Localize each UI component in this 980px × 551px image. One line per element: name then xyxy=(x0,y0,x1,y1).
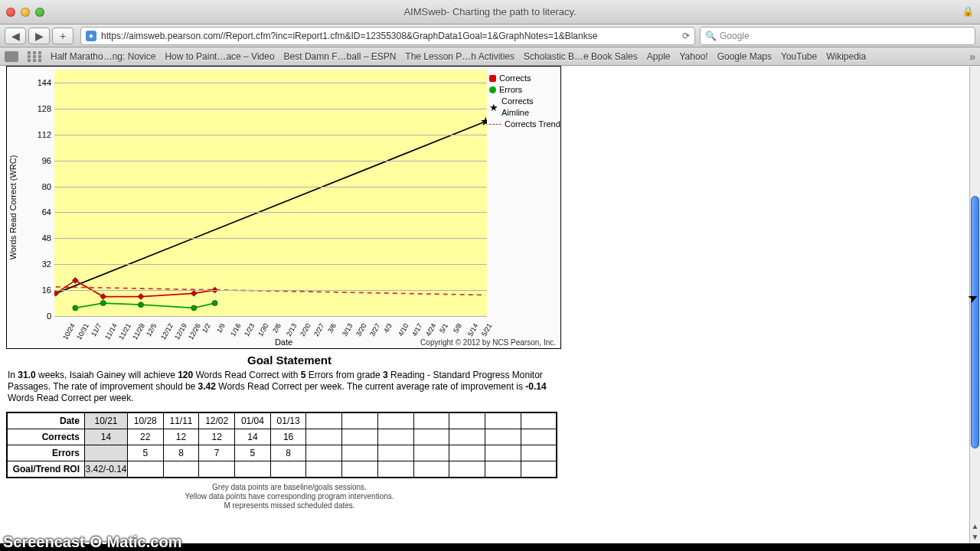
table-cell: 12/02 xyxy=(199,412,235,429)
table-cell: 10/21 xyxy=(85,412,128,429)
window-titlebar: AIMSweb- Charting the path to literacy. … xyxy=(0,0,980,24)
x-tick-label: 4/24 xyxy=(424,322,437,337)
bookmark-item[interactable]: The Lesson P…h Activities xyxy=(405,51,514,62)
table-cell xyxy=(306,429,342,445)
add-tab-button[interactable]: + xyxy=(52,28,74,44)
table-cell xyxy=(306,445,342,461)
x-tick-label: 1/23 xyxy=(243,322,256,337)
x-tick-label: 5/21 xyxy=(480,322,493,337)
table-cell: 01/04 xyxy=(235,412,271,429)
legend-marker-icon xyxy=(489,124,501,125)
search-bar[interactable]: 🔍 Google xyxy=(700,27,975,45)
table-cell xyxy=(270,461,306,478)
x-tick-label: 1/30 xyxy=(256,322,270,337)
scroll-up-icon[interactable]: ▲ xyxy=(970,522,980,533)
reload-icon[interactable]: ⟳ xyxy=(682,31,690,41)
bookmark-item[interactable]: Half Maratho…ng: Novice xyxy=(51,51,155,62)
y-tick-label: 48 xyxy=(30,233,51,243)
y-tick-label: 16 xyxy=(30,285,51,295)
bookmarks-overflow-icon[interactable]: » xyxy=(969,51,975,63)
table-row-header: Date xyxy=(7,412,85,429)
table-cell xyxy=(485,461,521,478)
table-cell xyxy=(449,429,485,445)
bookmark-item[interactable]: Google Maps xyxy=(717,51,772,62)
table-row-header: Corrects xyxy=(7,429,85,445)
table-cell xyxy=(521,445,557,461)
table-cell: 14 xyxy=(235,429,271,445)
y-axis-label: Words Read Correct (WRC) xyxy=(8,155,18,260)
table-cell xyxy=(485,412,521,429)
page-viewport: ★ Words Read Correct (WRC) Date 10/2410/… xyxy=(0,66,980,543)
table-cell: 12 xyxy=(163,429,199,445)
table-cell: 8 xyxy=(163,445,199,461)
svg-marker-4 xyxy=(138,294,144,300)
progress-chart: ★ Words Read Correct (WRC) Date 10/2410/… xyxy=(6,66,561,349)
table-cell xyxy=(342,429,378,445)
table-cell xyxy=(485,429,521,445)
zoom-icon[interactable] xyxy=(35,8,44,17)
x-tick-label: 12/26 xyxy=(187,322,202,341)
y-tick-label: 0 xyxy=(30,311,51,321)
bookmark-item[interactable]: YouTube xyxy=(781,51,817,62)
x-tick-label: 4/3 xyxy=(382,322,394,334)
chart-svg: ★ xyxy=(54,70,487,316)
bookmark-item[interactable]: Yahoo! xyxy=(680,51,708,62)
table-cell xyxy=(521,461,557,478)
bookmark-item[interactable]: Best Damn F…ball – ESPN xyxy=(284,51,397,62)
site-icon: ● xyxy=(86,31,96,41)
legend-label: Corrects xyxy=(499,73,531,84)
forward-button[interactable]: ▶ xyxy=(28,28,50,44)
table-cell xyxy=(377,461,413,478)
chart-copyright: Copyright © 2012 by NCS Pearson, Inc. xyxy=(420,338,556,347)
x-tick-label: 2/20 xyxy=(299,322,312,337)
y-tick-label: 144 xyxy=(30,78,51,87)
top-sites-icon[interactable] xyxy=(28,51,41,62)
table-cell xyxy=(127,461,163,478)
browser-toolbar: ◀ ▶ + ● https://aimsweb.pearson.com//Rep… xyxy=(0,24,980,47)
table-cell xyxy=(413,461,449,478)
svg-text:★: ★ xyxy=(480,115,487,128)
table-cell xyxy=(413,429,449,445)
close-icon[interactable] xyxy=(6,8,15,17)
x-tick-label: 4/10 xyxy=(397,322,410,337)
svg-point-11 xyxy=(212,301,217,306)
x-tick-label: 3/6 xyxy=(326,322,338,334)
bookmark-item[interactable]: Scholastic B…e Book Sales xyxy=(524,51,638,62)
bookmark-item[interactable]: Wikipedia xyxy=(826,51,866,62)
back-button[interactable]: ◀ xyxy=(5,28,26,44)
bookmark-item[interactable]: How to Paint…ace – Video xyxy=(165,51,274,62)
x-tick-label: 11/21 xyxy=(117,322,132,341)
reading-list-icon[interactable] xyxy=(5,51,18,62)
y-tick-label: 128 xyxy=(30,104,51,113)
y-tick-label: 80 xyxy=(30,182,51,191)
table-notes: Grey data points are baseline/goals sess… xyxy=(6,483,573,510)
table-cell: 16 xyxy=(270,429,306,445)
legend-marker-icon xyxy=(489,75,496,82)
bookmarks-bar: Half Maratho…ng: Novice How to Paint…ace… xyxy=(0,47,980,66)
table-cell xyxy=(377,445,413,461)
table-cell xyxy=(449,461,485,478)
x-tick-label: 12/19 xyxy=(173,322,188,341)
table-cell xyxy=(377,429,413,445)
table-cell xyxy=(342,461,378,478)
minimize-icon[interactable] xyxy=(21,8,30,17)
x-tick-label: 4/17 xyxy=(410,322,423,337)
x-tick-label: 11/14 xyxy=(103,322,119,341)
svg-point-10 xyxy=(191,305,197,311)
y-tick-label: 64 xyxy=(30,207,51,217)
url-text: https://aimsweb.pearson.com//Report.cfm?… xyxy=(101,31,682,41)
scrollbar-thumb[interactable] xyxy=(971,196,979,448)
x-tick-label: 12/5 xyxy=(145,322,158,337)
table-cell xyxy=(163,461,199,478)
scroll-down-icon[interactable]: ▼ xyxy=(970,533,980,543)
table-cell xyxy=(449,412,485,429)
table-cell xyxy=(521,412,557,429)
url-bar[interactable]: ● https://aimsweb.pearson.com//Report.cf… xyxy=(80,27,695,45)
x-tick-label: 11/28 xyxy=(131,322,146,341)
x-tick-label: 5/14 xyxy=(466,322,479,337)
bookmark-item[interactable]: Apple xyxy=(647,51,671,62)
search-placeholder: Google xyxy=(720,31,750,41)
y-tick-label: 112 xyxy=(30,130,51,139)
x-tick-label: 1/9 xyxy=(215,322,227,334)
table-cell xyxy=(199,461,235,478)
